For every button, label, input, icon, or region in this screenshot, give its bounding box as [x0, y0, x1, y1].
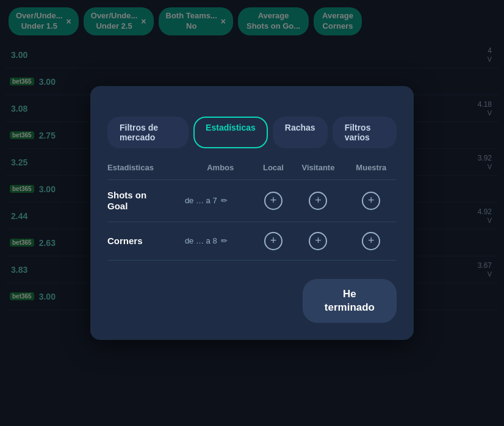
col-header-local: Local	[256, 163, 291, 180]
tab-rachas[interactable]: Rachas	[273, 117, 328, 148]
muestra-add-button[interactable]: +	[362, 232, 380, 250]
tab-market[interactable]: Filtros de mercado	[107, 117, 189, 148]
visitante-add-button[interactable]: +	[309, 232, 327, 250]
range-value: de … a 8	[185, 236, 217, 245]
stats-table: EstadisticasAmbosLocalVisitanteMuestra S…	[107, 163, 397, 261]
muestra-cell-shots-on-goal: +	[346, 179, 397, 222]
stat-name-shots-on-goal: Shots onGoal	[107, 179, 185, 222]
ambos-cell-shots-on-goal: de … a 7 ✏	[185, 179, 256, 222]
done-button[interactable]: Heterminado	[303, 279, 397, 323]
col-header-visitante: Visitante	[290, 163, 345, 180]
edit-icon[interactable]: ✏	[221, 236, 228, 245]
table-body: Shots onGoal de … a 7 ✏ +++Corners de … …	[107, 179, 397, 260]
local-add-button[interactable]: +	[264, 232, 283, 250]
col-header-ambos: Ambos	[185, 163, 256, 180]
col-header-estadisticas: Estadisticas	[107, 163, 185, 180]
stat-label: Corners	[107, 236, 143, 246]
stat-label: Shots onGoal	[107, 190, 146, 211]
stat-row-shots-on-goal: Shots onGoal de … a 7 ✏ +++	[107, 179, 397, 222]
muestra-cell-corners: +	[346, 222, 397, 260]
range-value: de … a 7	[185, 196, 217, 205]
local-add-button[interactable]: +	[264, 192, 283, 210]
visitante-cell-shots-on-goal: +	[290, 179, 345, 222]
local-cell-corners: +	[256, 222, 291, 260]
local-cell-shots-on-goal: +	[256, 179, 291, 222]
modal-tabs: Filtros de mercadoEstadísticasRachasFilt…	[107, 117, 397, 148]
tab-stats[interactable]: Estadísticas	[193, 117, 268, 148]
visitante-cell-corners: +	[290, 222, 345, 260]
col-header-muestra: Muestra	[346, 163, 397, 180]
muestra-add-button[interactable]: +	[362, 192, 380, 210]
edit-icon[interactable]: ✏	[221, 196, 228, 205]
ambos-cell-corners: de … a 8 ✏	[185, 222, 256, 260]
stat-name-corners: Corners	[107, 222, 185, 260]
done-button-wrap: Heterminado	[107, 279, 397, 323]
stat-row-corners: Corners de … a 8 ✏ +++	[107, 222, 397, 260]
visitante-add-button[interactable]: +	[309, 192, 327, 210]
tab-varios[interactable]: Filtros varios	[333, 117, 397, 148]
table-header-row: EstadisticasAmbosLocalVisitanteMuestra	[107, 163, 397, 180]
filter-modal: Filtros de mercadoEstadísticasRachasFilt…	[90, 86, 414, 340]
modal-overlay: Filtros de mercadoEstadísticasRachasFilt…	[0, 0, 504, 426]
